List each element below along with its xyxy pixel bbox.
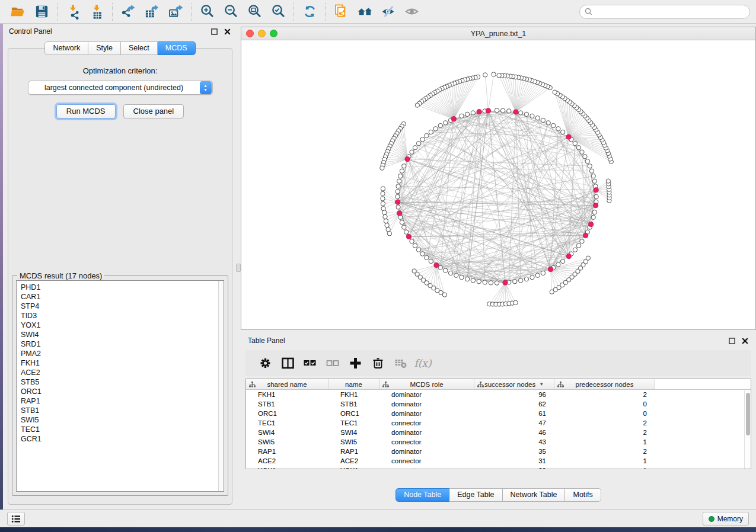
memory-button[interactable]: Memory xyxy=(703,512,749,525)
mcds-result-item[interactable]: STB5 xyxy=(21,377,218,387)
mcds-hub-node[interactable] xyxy=(566,254,571,259)
table-row[interactable]: ORC1ORC1dominator610 xyxy=(246,409,751,418)
mcds-result-item[interactable]: ACE2 xyxy=(21,368,218,377)
export-network-button[interactable] xyxy=(116,2,140,22)
float-panel-icon[interactable] xyxy=(210,28,218,36)
mcds-result-item[interactable]: ORC1 xyxy=(21,387,218,396)
column-header-successor-nodes[interactable]: successor nodes▼ xyxy=(474,379,554,389)
zoom-out-button[interactable] xyxy=(219,2,243,22)
tab-network[interactable]: Network xyxy=(44,41,88,55)
table-cell: 1 xyxy=(554,466,655,469)
column-header-MCDS-role[interactable]: MCDS role xyxy=(379,379,474,389)
mcds-result-item[interactable]: CAR1 xyxy=(21,292,218,302)
mcds-result-item[interactable]: STB1 xyxy=(21,406,218,415)
mcds-hub-node[interactable] xyxy=(406,234,411,239)
run-mcds-button[interactable]: Run MCDS xyxy=(56,104,116,118)
table-row[interactable]: RAP1RAP1dominator352 xyxy=(246,447,751,456)
mcds-hub-node[interactable] xyxy=(566,134,571,139)
mcds-hub-node[interactable] xyxy=(395,200,400,204)
hide-graphics-details-icon xyxy=(381,4,397,20)
network-window-titlebar[interactable]: YPA_prune.txt_1 xyxy=(241,27,755,40)
open-file-button[interactable] xyxy=(6,2,30,22)
table-row[interactable]: YOX1YOX1connector291 xyxy=(246,466,751,469)
export-table-button[interactable] xyxy=(140,2,164,22)
zoom-fit-icon xyxy=(247,4,263,20)
float-panel-icon[interactable] xyxy=(728,337,736,345)
optimization-criterion-select[interactable]: largest connected component (undirected)… xyxy=(28,81,213,95)
mcds-hub-node[interactable] xyxy=(397,211,401,216)
table-cell: FKH1 xyxy=(328,390,379,399)
column-header-name[interactable]: name xyxy=(328,379,379,389)
create-column-button[interactable] xyxy=(344,352,366,374)
mcds-hub-node[interactable] xyxy=(594,203,598,208)
mcds-hub-node[interactable] xyxy=(589,222,594,227)
mcds-hub-node[interactable] xyxy=(594,188,598,193)
zoom-fit-button[interactable] xyxy=(243,2,266,22)
close-panel-button[interactable]: Close panel xyxy=(123,104,184,118)
mcds-result-item[interactable]: PHD1 xyxy=(21,283,218,292)
select-all-columns-button[interactable] xyxy=(299,352,321,374)
zoom-selected-button[interactable] xyxy=(266,2,290,22)
zoom-in-button[interactable] xyxy=(195,2,219,22)
import-table-button[interactable] xyxy=(85,2,109,22)
tab-style[interactable]: Style xyxy=(88,41,121,55)
network-graph[interactable] xyxy=(241,40,755,329)
mcds-hub-node[interactable] xyxy=(548,267,553,271)
status-bar: Memory xyxy=(0,509,756,527)
mcds-result-item[interactable]: TEC1 xyxy=(21,425,218,434)
tab-motifs[interactable]: Motifs xyxy=(565,488,601,502)
mcds-hub-node[interactable] xyxy=(583,233,588,238)
sort-desc-icon: ▼ xyxy=(539,382,544,387)
table-row[interactable]: TEC1TEC1connector472 xyxy=(246,418,751,428)
show-columns-button[interactable] xyxy=(276,352,299,374)
save-session-button[interactable] xyxy=(30,2,53,22)
result-list-scrollbar[interactable] xyxy=(218,281,224,491)
search-input[interactable] xyxy=(595,8,745,16)
mcds-hub-node[interactable] xyxy=(405,157,410,162)
table-scrollbar-thumb[interactable] xyxy=(746,393,750,435)
hide-graphics-details-button[interactable] xyxy=(377,2,400,22)
mcds-hub-node[interactable] xyxy=(513,110,518,114)
mcds-result-item[interactable]: SWI4 xyxy=(21,330,218,339)
tab-select[interactable]: Select xyxy=(121,41,158,55)
table-row[interactable]: STB1STB1dominator620 xyxy=(246,399,751,409)
close-panel-icon[interactable] xyxy=(741,337,749,345)
mcds-result-item[interactable]: YOX1 xyxy=(21,321,218,330)
mcds-hub-node[interactable] xyxy=(486,108,490,113)
column-header-predecessor-nodes[interactable]: predecessor nodes xyxy=(554,379,655,389)
tab-node-table[interactable]: Node Table xyxy=(395,488,449,502)
table-scrollbar[interactable] xyxy=(744,390,751,469)
mcds-result-item[interactable]: SRD1 xyxy=(21,339,218,349)
table-row[interactable]: SWI4SWI4dominator462 xyxy=(246,428,751,437)
mcds-result-item[interactable]: GCR1 xyxy=(21,434,218,444)
mcds-result-item[interactable]: SWI5 xyxy=(21,415,218,425)
table-row[interactable]: FKH1FKH1dominator962 xyxy=(246,390,751,399)
splitter-handle[interactable] xyxy=(236,264,241,272)
tab-edge-table[interactable]: Edge Table xyxy=(449,488,502,502)
unselect-all-columns-button[interactable] xyxy=(321,352,344,374)
table-row[interactable]: ACE2ACE2connector311 xyxy=(246,456,751,466)
delete-columns-button[interactable] xyxy=(366,352,389,374)
mcds-result-item[interactable]: TID3 xyxy=(21,311,218,321)
mcds-result-item[interactable]: RAP1 xyxy=(21,396,218,406)
mcds-hub-node[interactable] xyxy=(503,280,508,285)
mcds-hub-node[interactable] xyxy=(451,117,456,121)
refresh-layout-button[interactable] xyxy=(298,2,321,22)
network-overview-button[interactable] xyxy=(353,2,377,22)
search-box[interactable] xyxy=(579,5,750,19)
tab-network-table[interactable]: Network Table xyxy=(503,488,566,502)
tab-mcds[interactable]: MCDS xyxy=(158,41,196,55)
table-row[interactable]: SWI5SWI5connector431 xyxy=(246,437,751,447)
share-document-button[interactable] xyxy=(329,2,353,22)
export-image-button[interactable] xyxy=(164,2,187,22)
task-history-button[interactable] xyxy=(7,512,25,525)
import-network-button[interactable] xyxy=(61,2,85,22)
mcds-hub-node[interactable] xyxy=(434,262,439,267)
column-header-shared-name[interactable]: shared name xyxy=(246,379,328,389)
mcds-result-item[interactable]: PMA2 xyxy=(21,349,218,358)
mcds-result-item[interactable]: STP4 xyxy=(21,302,218,311)
mcds-hub-node[interactable] xyxy=(477,110,481,114)
table-options-gear-button[interactable] xyxy=(254,352,276,374)
close-panel-icon[interactable] xyxy=(224,28,231,36)
mcds-result-item[interactable]: FKH1 xyxy=(21,358,218,368)
